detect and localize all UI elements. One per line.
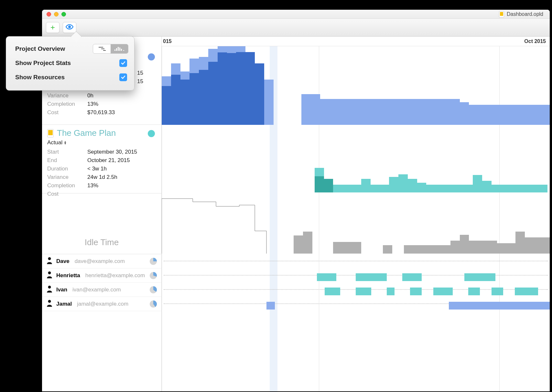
- chart-bar-back: [454, 185, 464, 192]
- stat-label: Cost: [47, 108, 87, 117]
- chart-bar-front: [245, 52, 255, 125]
- idle-bar: [478, 241, 488, 254]
- resource-bar: [356, 288, 371, 295]
- chart-bar-back: [515, 105, 525, 125]
- stat-label: Variance: [47, 173, 87, 181]
- stat-label: Cost: [47, 190, 87, 198]
- timeline-label-left: 015: [163, 38, 172, 44]
- chart-bar-back: [432, 99, 441, 125]
- person-icon: [47, 299, 52, 308]
- resource-email: dave@example.com: [75, 258, 125, 265]
- utilization-pie-icon: [150, 258, 157, 265]
- stat-value: 15: [137, 77, 156, 86]
- resource-bar: [317, 273, 336, 281]
- resource-bar: [464, 273, 495, 281]
- idle-bar: [469, 241, 478, 254]
- resource-name: Dave: [56, 258, 70, 265]
- idle-bar: [294, 235, 303, 254]
- view-options-button[interactable]: [63, 22, 76, 33]
- window-title: Dashboard.opld: [507, 11, 543, 17]
- resource-bar: [325, 288, 340, 295]
- chart-bar-back: [357, 99, 367, 125]
- seg-histogram[interactable]: [111, 44, 128, 53]
- timeline-label-right: Oct 2015: [524, 38, 546, 44]
- resource-timeline-row: [162, 268, 550, 282]
- chart-bar-back: [506, 105, 516, 125]
- chart-bar-front: [315, 176, 324, 192]
- chart-bar-back: [352, 185, 361, 192]
- chart-bar-back: [404, 99, 413, 125]
- chart-bar-back: [441, 99, 450, 125]
- idle-bar: [432, 245, 441, 254]
- chart-bar-back: [478, 105, 488, 125]
- utilization-pie-icon: [150, 286, 157, 293]
- toolbar: +: [42, 19, 550, 37]
- idle-bar: [515, 232, 525, 254]
- chart-bar-back: [385, 99, 395, 125]
- idle-bar: [342, 242, 352, 254]
- chart-bar-back: [450, 99, 460, 125]
- resources-checkbox[interactable]: [119, 73, 127, 81]
- chart-bar-back: [413, 99, 423, 125]
- chart-bar-front: [255, 63, 264, 125]
- idle-bar: [413, 245, 423, 254]
- stat-value: 13%: [87, 181, 98, 190]
- resource-row[interactable]: Davedave@example.com: [42, 254, 161, 268]
- stat-value: September 30, 2015: [87, 148, 137, 156]
- document-icon: [499, 11, 504, 17]
- project-mode-selector[interactable]: Actual ▲▼: [47, 139, 156, 146]
- window-title-wrap: Dashboard.opld: [499, 10, 543, 19]
- chart-bar-back: [264, 80, 274, 125]
- chart-bar-back: [408, 179, 417, 192]
- timeline[interactable]: 015 Oct 2015: [162, 37, 550, 391]
- project-stat-row: Variance 24w 1d 2.5h: [47, 173, 156, 181]
- add-button[interactable]: +: [46, 22, 60, 33]
- svg-point-4: [48, 300, 51, 303]
- stat-value: 13%: [87, 100, 98, 108]
- chart-row: [162, 46, 550, 125]
- chart-bar-back: [361, 179, 371, 192]
- resource-row[interactable]: Ivanivan@example.com: [42, 283, 161, 297]
- resource-bar: [387, 288, 395, 295]
- chart-bar-back: [544, 105, 550, 125]
- seg-gantt[interactable]: [93, 44, 111, 53]
- overview-segmented-control[interactable]: [93, 44, 128, 54]
- chart-row: [162, 125, 550, 192]
- popover-row-overview: Project Overview: [15, 42, 128, 56]
- chart-bar-back: [492, 185, 501, 192]
- stat-label: Variance: [47, 92, 87, 100]
- chart-bar-back: [464, 185, 473, 192]
- chart-bar-back: [376, 99, 385, 125]
- chart-row: [162, 193, 550, 254]
- chart-bar-back: [311, 94, 320, 125]
- stat-value: 0h: [87, 92, 93, 100]
- idle-bar: [488, 241, 497, 254]
- resource-bar: [492, 288, 503, 295]
- minimize-button[interactable]: [54, 12, 59, 16]
- close-button[interactable]: [47, 12, 51, 16]
- resource-bar: [468, 288, 480, 295]
- maximize-button[interactable]: [61, 12, 66, 16]
- idle-bar: [441, 245, 450, 254]
- resource-row[interactable]: Henriettahenrietta@example.com: [42, 268, 161, 283]
- stats-checkbox[interactable]: [119, 59, 127, 67]
- chart-bar-back: [422, 99, 432, 125]
- resource-row[interactable]: Jamaljamal@example.com: [42, 297, 161, 311]
- project-stat-row: Variance 0h: [47, 92, 156, 100]
- project-stat-row: Cost: [47, 190, 156, 198]
- chart-bar-back: [389, 177, 398, 192]
- svg-point-3: [48, 286, 51, 289]
- resource-name: Jamal: [56, 301, 72, 307]
- resource-email: jamal@example.com: [77, 301, 128, 307]
- project-stat-row: Cost $70,619.33: [47, 108, 156, 117]
- utilization-pie-icon: [150, 272, 157, 279]
- svg-point-0: [69, 26, 70, 28]
- svg-point-2: [48, 271, 51, 274]
- chart-bar-back: [501, 185, 510, 192]
- chart-bar-back: [525, 105, 534, 125]
- chart-bar-back: [367, 99, 376, 125]
- gantt-icon: [98, 47, 106, 51]
- chart-bar-back: [473, 175, 482, 192]
- chart-bar-back: [482, 181, 492, 192]
- resources-label: Show Resources: [15, 74, 65, 81]
